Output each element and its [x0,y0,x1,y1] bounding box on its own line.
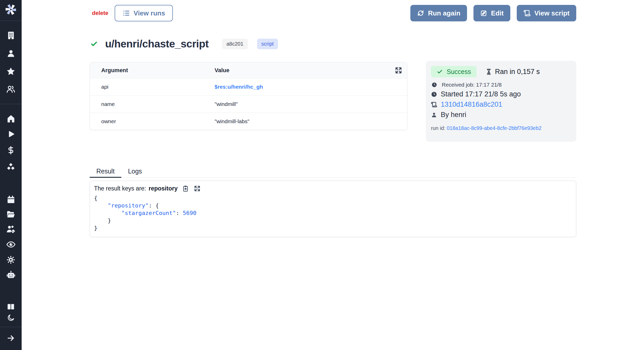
edit-icon [480,10,487,17]
result-keys-value: repository [149,185,177,192]
sidebar-item-settings[interactable] [0,255,22,264]
tab-result[interactable]: Result [90,166,121,178]
sidebar-item-ai[interactable] [0,270,22,279]
job-hash-link[interactable]: 1310d14816a8c201 [441,101,502,109]
sidebar-item-theme-toggle[interactable] [0,313,22,322]
started-label: Started 17:17 21/8 5s ago [441,90,521,98]
sidebar-item-folders[interactable] [0,210,22,219]
dollar-icon [6,146,15,155]
play-icon [6,130,15,139]
result-json: { "repository": { "stargazerCount": 5690… [94,194,576,232]
received-row: Received job: 17:17 21/8 [431,82,571,88]
star-icon [6,67,15,76]
page-title: u/henri/chaste_script [105,38,209,50]
hourglass-icon [485,68,492,75]
view-script-button[interactable]: View script [517,5,576,21]
started-row: Started 17:17 21/8 5s ago [431,90,571,98]
json-line: "repository": { [94,202,576,209]
tab-logs[interactable]: Logs [121,166,149,178]
arg-name: name [90,96,203,113]
hash-badge: a8c201 [222,39,248,49]
check-icon [437,69,443,75]
folder-open-icon [6,210,15,219]
sidebar-item-workspace[interactable] [0,31,22,40]
table-expand-button[interactable] [395,66,402,75]
sidebar-item-workers[interactable] [0,224,22,234]
clipboard-copy-icon [182,185,189,192]
building-icon [6,31,15,40]
view-runs-button[interactable]: View runs [115,5,173,21]
run-id-label: run id: [431,125,445,131]
resource-link[interactable]: $res:u/henri/hc_gh [215,84,263,90]
json-line: { [94,194,576,202]
column-header-argument: Argument [90,62,203,78]
sidebar-item-docs[interactable] [0,302,22,311]
sidebar-divider [0,21,22,21]
refresh-icon [417,10,424,17]
copy-result-button[interactable] [182,185,189,192]
received-label: Received job: 17:17 21/8 [442,82,502,88]
json-line: } [94,224,576,232]
sidebar-item-variables[interactable] [0,146,22,155]
person-icon [431,112,437,118]
arrow-right-icon [6,334,15,343]
edit-label: Edit [491,9,504,17]
table-row: owner "windmill-labs" [90,113,407,130]
delete-button[interactable]: delete [92,10,108,16]
expand-icon [194,185,201,192]
edit-button[interactable]: Edit [473,5,510,21]
arg-name: api [90,78,203,96]
duration: Ran in 0,157 s [485,68,540,76]
sidebar-divider [0,104,22,104]
users-gear-icon [6,224,16,234]
gear-icon [6,255,15,264]
column-header-value: Value [203,62,407,78]
arg-value: "windmill-labs" [203,113,407,130]
sidebar-expand-button[interactable] [0,334,22,343]
result-panel: The result keys are: repository [90,181,576,237]
sidebar-item-home[interactable] [0,114,22,123]
result-keys-prefix: The result keys are: [94,185,146,192]
boxes-icon [6,162,15,172]
users-icon [6,85,15,94]
primary-actions: Run again Edit View script [410,5,576,21]
scroll-icon [431,102,437,108]
list-icon [122,9,130,17]
json-line: } [94,217,576,224]
book-icon [6,302,15,311]
run-again-button[interactable]: Run again [410,5,467,21]
sidebar-item-schedules[interactable] [0,195,22,204]
arguments-table: Argument Value api $res:u/henri/hc_gh na… [90,62,407,130]
sidebar-item-audit-logs[interactable] [0,240,22,249]
result-keys-line: The result keys are: repository [94,185,576,192]
windmill-logo[interactable] [0,3,22,16]
sidebar-item-favorites[interactable] [0,67,22,76]
sidebar-item-groups[interactable] [0,85,22,94]
expand-result-button[interactable] [194,185,201,192]
sidebar-item-resources[interactable] [0,162,22,172]
arg-name: owner [90,113,203,130]
status-row: Success Ran in 0,157 s [431,66,571,77]
robot-icon [6,270,16,280]
status-badge: Success [431,66,477,77]
main-content: delete View runs Run again [22,0,644,350]
expand-icon [395,66,402,74]
scroll-icon [523,10,531,17]
job-info-panel: Success Ran in 0,157 s Received job: 17 [426,61,576,142]
sidebar-item-user[interactable] [0,49,22,58]
job-hash-row: 1310d14816a8c201 [431,101,571,109]
eye-icon [6,240,16,249]
author-row: By henri [431,111,571,119]
sidebar [0,0,22,350]
calendar-icon [6,195,15,204]
sidebar-item-runs[interactable] [0,130,22,139]
run-id-link[interactable]: 018a18ac-8c99-abe4-8cfe-2bbf76e93eb2 [447,125,541,131]
status-label: Success [447,68,471,76]
home-icon [6,114,15,123]
result-tabs: Result Logs [90,166,576,178]
json-line: "stargazerCount": 5690 [94,209,576,217]
table-row: api $res:u/henri/hc_gh [90,78,407,96]
view-runs-label: View runs [134,9,165,17]
windmill-logo-icon [5,3,17,16]
run-id-row: run id: 018a18ac-8c99-abe4-8cfe-2bbf76e9… [431,125,571,131]
